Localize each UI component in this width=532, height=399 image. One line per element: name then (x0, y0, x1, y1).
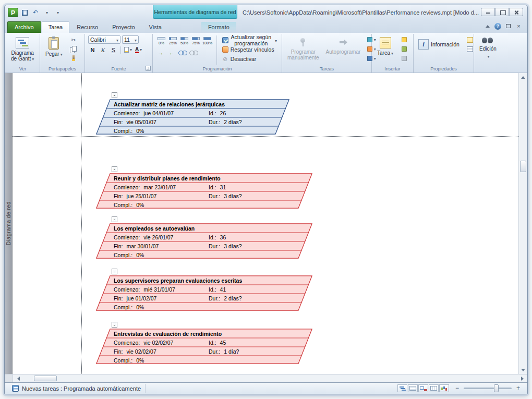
auto-schedule-button[interactable]: Autoprogramar (324, 35, 363, 56)
id-value: 45 (220, 340, 226, 346)
insert-deliverable-icon (402, 56, 407, 61)
split-task-button[interactable] (178, 49, 187, 56)
collapse-node-button[interactable]: - (112, 166, 117, 172)
unlink-tasks-button[interactable]: ← (167, 49, 176, 56)
finish-value: vie 05/01/07 (127, 119, 156, 125)
task-node[interactable]: - Entrevistas de evaluación de rendimien… (96, 329, 312, 364)
binoculars-icon (481, 37, 494, 44)
vertical-scrollbar[interactable] (518, 73, 527, 374)
gantt-chart-button[interactable]: Diagrama de Gantt (9, 35, 36, 64)
complete-75-button[interactable]: 75% (190, 35, 201, 46)
task-node[interactable]: - Actualizar matriz de relaciones jerárq… (96, 99, 289, 135)
bold-button[interactable]: N (88, 45, 97, 54)
close-document-button[interactable]: × (514, 22, 523, 30)
complete-25-button[interactable]: 25% (167, 35, 178, 46)
font-color-button[interactable]: A (134, 45, 143, 54)
contextual-tab-header: Herramientas de diagrama de red (153, 5, 237, 19)
tab-tarea[interactable]: Tarea (42, 21, 70, 33)
collapse-node-button[interactable]: - (112, 269, 117, 274)
insert-task-button[interactable]: Tarea (375, 35, 395, 58)
minimize-ribbon-icon[interactable] (483, 22, 492, 30)
duration-value: 2 días? (224, 119, 241, 125)
finish-value: mar 30/01/07 (127, 243, 159, 249)
task-information-button[interactable]: i Información (417, 35, 461, 53)
editing-group-button[interactable]: Edición (477, 35, 499, 61)
new-tasks-icon (12, 385, 19, 392)
underline-button[interactable]: S (109, 45, 118, 54)
remove-link-button[interactable] (189, 49, 198, 56)
save-button[interactable] (20, 8, 29, 17)
help-button[interactable]: ? (493, 22, 502, 30)
gantt-view-shortcut[interactable] (397, 384, 407, 392)
format-painter-button[interactable] (67, 54, 80, 63)
tab-vista[interactable]: Vista (142, 21, 168, 33)
respect-links-icon (222, 46, 228, 53)
collapse-node-button[interactable]: - (112, 322, 117, 328)
zoom-slider-thumb[interactable] (494, 384, 499, 392)
report-view-shortcut[interactable] (439, 384, 449, 392)
scroll-down-button[interactable] (519, 366, 527, 374)
zoom-in-button[interactable]: + (514, 384, 522, 392)
insert-deliverable-button[interactable] (398, 54, 410, 63)
task-node[interactable]: - Reunir y distribuir planes de rendimie… (96, 173, 312, 209)
zoom-slider[interactable] (464, 388, 512, 389)
resource-sheet-view-shortcut[interactable] (429, 384, 439, 392)
finish-label: Fin: (114, 295, 123, 301)
id-label: Id.: (209, 184, 216, 190)
duration-label: Dur.: (209, 295, 220, 301)
close-button[interactable] (509, 8, 523, 16)
horizontal-scrollbar[interactable] (5, 374, 527, 382)
finish-value: vie 02/02/07 (127, 348, 156, 355)
undo-button[interactable]: ↶ (31, 8, 40, 17)
inactivate-button[interactable]: ⊘ Desactivar (221, 54, 279, 63)
respect-links-button[interactable]: Respetar vínculos (221, 45, 279, 54)
complete-50-button[interactable]: 50% (179, 35, 190, 46)
collapse-node-button[interactable]: - (112, 216, 117, 222)
maximize-button[interactable] (495, 8, 509, 16)
group-label-tareas: Tareas (282, 66, 371, 71)
italic-button[interactable]: K (99, 45, 107, 54)
font-size-select[interactable]: 11 (122, 35, 139, 44)
tab-proyecto[interactable]: Proyecto (105, 21, 141, 33)
minimize-button[interactable] (481, 8, 495, 16)
paste-button[interactable]: Pegar (43, 35, 65, 59)
scroll-right-button[interactable] (518, 374, 526, 382)
font-color-icon: A (135, 47, 139, 53)
insert-summary-icon (402, 46, 407, 52)
task-node[interactable]: - Los empleados se autoevalúan Comienzo:… (96, 223, 312, 259)
vertical-scroll-thumb[interactable] (520, 161, 526, 172)
copy-button[interactable] (67, 45, 80, 53)
chain-icon (178, 50, 187, 55)
task-node[interactable]: - Los supervisores preparan evaluaciones… (96, 275, 312, 311)
tab-formato[interactable]: Formato (201, 21, 236, 33)
app-icon[interactable]: P (8, 8, 18, 17)
link-tasks-button[interactable]: → (156, 49, 165, 56)
task-node-title: Reunir y distribuir planes de rendimient… (114, 175, 221, 182)
font-name-select[interactable]: Calibri (88, 35, 120, 44)
tab-archivo[interactable]: Archivo (7, 21, 41, 33)
scroll-up-button[interactable] (519, 73, 527, 81)
complete-100-button[interactable]: 100% (202, 35, 213, 46)
customize-qat-button[interactable] (53, 8, 62, 17)
background-color-button[interactable] (124, 45, 132, 54)
complete-0-button[interactable]: 0% (156, 35, 167, 46)
manually-schedule-button[interactable]: Programarmanualmente (285, 35, 321, 62)
collapse-node-button[interactable]: - (112, 92, 117, 98)
undo-dropdown[interactable] (42, 8, 51, 17)
insert-summary-button[interactable] (398, 45, 410, 53)
insert-milestone-button[interactable] (398, 35, 410, 44)
cut-button[interactable]: ✂ (67, 35, 80, 44)
task-usage-view-shortcut[interactable] (408, 384, 418, 392)
team-planner-view-shortcut[interactable] (418, 384, 428, 392)
scroll-left-button[interactable] (14, 374, 22, 382)
zoom-out-button[interactable]: − (453, 384, 461, 392)
tab-recurso[interactable]: Recurso (70, 21, 105, 33)
auto-schedule-icon (338, 37, 348, 47)
network-diagram-canvas[interactable]: - Actualizar matriz de relaciones jerárq… (13, 73, 518, 374)
id-label: Id.: (209, 110, 216, 116)
new-tasks-status[interactable]: Nuevas tareas : Programada automáticamen… (8, 384, 146, 393)
update-as-scheduled-button[interactable]: Actualizar según programación (221, 35, 279, 44)
restore-document-button[interactable] (504, 22, 513, 30)
finish-label: Fin: (114, 243, 123, 249)
horizontal-scroll-thumb[interactable] (34, 376, 57, 381)
